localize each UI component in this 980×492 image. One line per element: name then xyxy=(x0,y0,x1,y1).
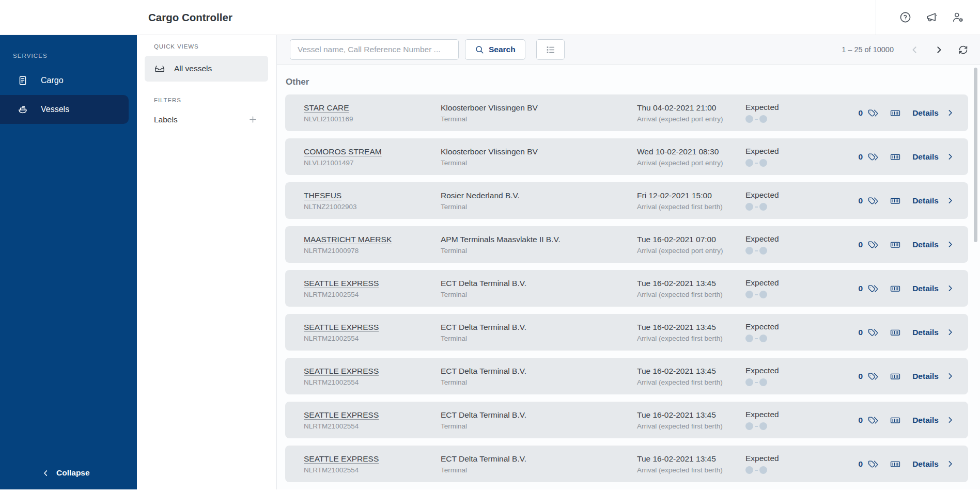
sidebar-item-label: Cargo xyxy=(41,76,64,85)
details-button[interactable]: Details xyxy=(912,416,955,425)
collapse-sidebar-button[interactable]: Collapse xyxy=(0,464,137,482)
labels-button[interactable] xyxy=(867,282,879,295)
services-nav: SERVICES Cargo Vessels xyxy=(0,35,137,464)
status-label: Expected xyxy=(745,366,828,375)
vessel-name-link[interactable]: SEATTLE EXPRESS xyxy=(304,323,379,332)
row-actions: 0 Details xyxy=(859,370,955,383)
containers-button[interactable] xyxy=(889,370,902,383)
tags-icon xyxy=(868,108,878,118)
tags-icon xyxy=(868,196,878,206)
vessel-name-link[interactable]: SEATTLE EXPRESS xyxy=(304,279,379,288)
collapse-label: Collapse xyxy=(56,468,90,478)
sidebar-item-label: Vessels xyxy=(41,105,69,114)
labels-button[interactable] xyxy=(867,458,879,470)
labels-button[interactable] xyxy=(867,326,879,339)
arrival-datetime: Thu 04-02-2021 21:00 xyxy=(637,103,745,113)
arrival-datetime: Tue 16-02-2021 13:45 xyxy=(637,367,745,376)
arrival-sub-label: Arrival (expected first berth) xyxy=(637,335,745,342)
main-column: Cargo Controller QUICK VIEWS xyxy=(137,0,980,489)
quick-view-all-vessels[interactable]: All vessels xyxy=(145,56,268,82)
details-button[interactable]: Details xyxy=(912,284,955,293)
vessel-name-link[interactable]: THESEUS xyxy=(304,191,341,200)
details-label: Details xyxy=(912,240,939,249)
terminal-sub-label: Terminal xyxy=(441,378,637,386)
containers-button[interactable] xyxy=(889,457,902,471)
call-reference-number: NLRTM21002554 xyxy=(304,291,441,298)
chevron-right-icon xyxy=(946,108,955,117)
vertical-scrollbar[interactable] xyxy=(974,68,977,242)
details-button[interactable]: Details xyxy=(912,152,955,162)
vessel-row: COMOROS STREAM NLVLI21001497 Kloosterboe… xyxy=(285,138,968,175)
announcements-button[interactable] xyxy=(922,8,941,27)
row-actions: 0 Details xyxy=(859,457,955,471)
containers-button[interactable] xyxy=(889,282,902,295)
view-toggle-button[interactable] xyxy=(536,39,565,60)
label-count: 0 xyxy=(859,459,863,469)
labels-button[interactable] xyxy=(867,151,879,163)
call-reference-number: NLRTM21002554 xyxy=(304,378,441,386)
arrival-sub-label: Arrival (expected first berth) xyxy=(637,422,745,430)
tags-icon xyxy=(868,152,878,162)
vessel-name-link[interactable]: SEATTLE EXPRESS xyxy=(304,367,379,376)
containers-button[interactable] xyxy=(889,238,902,251)
compact-list-icon xyxy=(545,44,556,55)
vessel-name-link[interactable]: STAR CARE xyxy=(304,103,349,113)
primary-sidebar: prtbase ® SERVICES Cargo Vessels Collaps… xyxy=(0,0,137,489)
sidebar-item-vessels[interactable]: Vessels xyxy=(0,95,129,124)
terminal-name: ECT Delta Terminal B.V. xyxy=(441,279,637,288)
labels-button[interactable] xyxy=(867,414,879,426)
details-button[interactable]: Details xyxy=(912,196,955,205)
help-icon xyxy=(899,11,912,24)
quick-views-panel: QUICK VIEWS All vessels FILTERS Labels xyxy=(137,35,277,489)
add-label-button[interactable] xyxy=(248,115,258,124)
terminal-name: Rosier Nederland B.V. xyxy=(441,191,637,200)
cargo-document-icon xyxy=(17,75,28,86)
details-button[interactable]: Details xyxy=(912,108,955,118)
containers-button[interactable] xyxy=(889,106,902,120)
chevron-right-icon xyxy=(946,196,955,205)
arrival-sub-label: Arrival (expected port entry) xyxy=(637,115,745,123)
labels-button[interactable] xyxy=(867,195,879,207)
labels-button[interactable] xyxy=(867,107,879,119)
details-button[interactable]: Details xyxy=(912,372,955,381)
details-label: Details xyxy=(912,152,939,162)
container-icon xyxy=(890,283,901,294)
details-label: Details xyxy=(912,284,939,293)
help-button[interactable] xyxy=(896,8,915,27)
containers-button[interactable] xyxy=(889,150,902,164)
container-icon xyxy=(890,107,901,119)
quick-views-label: QUICK VIEWS xyxy=(137,43,276,50)
status-progress-icon xyxy=(745,335,828,342)
status-progress-icon xyxy=(745,378,828,386)
containers-button[interactable] xyxy=(889,414,902,427)
arrival-datetime: Tue 16-02-2021 13:45 xyxy=(637,410,745,420)
call-reference-number: NLRTM21002554 xyxy=(304,466,441,474)
terminal-name: ECT Delta Terminal B.V. xyxy=(441,454,637,464)
vessel-name-link[interactable]: COMOROS STREAM xyxy=(304,147,382,156)
search-input[interactable] xyxy=(290,39,459,60)
refresh-button[interactable] xyxy=(956,42,971,57)
next-page-button[interactable] xyxy=(931,42,946,57)
container-icon xyxy=(890,415,901,426)
containers-button[interactable] xyxy=(889,326,902,339)
arrival-sub-label: Arrival (expected port entry) xyxy=(637,247,745,255)
vessel-row: STAR CARE NLVLI21001169 Kloosterboer Vli… xyxy=(285,94,968,131)
header-divider xyxy=(876,0,876,35)
sidebar-item-cargo[interactable]: Cargo xyxy=(0,66,137,95)
details-button[interactable]: Details xyxy=(912,328,955,337)
containers-button[interactable] xyxy=(889,194,902,208)
previous-page-button[interactable] xyxy=(907,42,922,57)
vessel-name-link[interactable]: SEATTLE EXPRESS xyxy=(304,410,379,420)
row-actions: 0 Details xyxy=(859,150,955,164)
details-button[interactable]: Details xyxy=(912,240,955,249)
labels-button[interactable] xyxy=(867,370,879,383)
container-icon xyxy=(890,458,901,470)
account-settings-button[interactable] xyxy=(948,8,968,27)
search-button[interactable]: Search xyxy=(465,39,525,60)
details-button[interactable]: Details xyxy=(912,459,955,469)
chevron-right-icon xyxy=(946,459,955,468)
terminal-sub-label: Terminal xyxy=(441,247,637,255)
vessel-name-link[interactable]: MAASTRICHT MAERSK xyxy=(304,235,392,244)
vessel-name-link[interactable]: SEATTLE EXPRESS xyxy=(304,454,379,464)
labels-button[interactable] xyxy=(867,239,879,251)
